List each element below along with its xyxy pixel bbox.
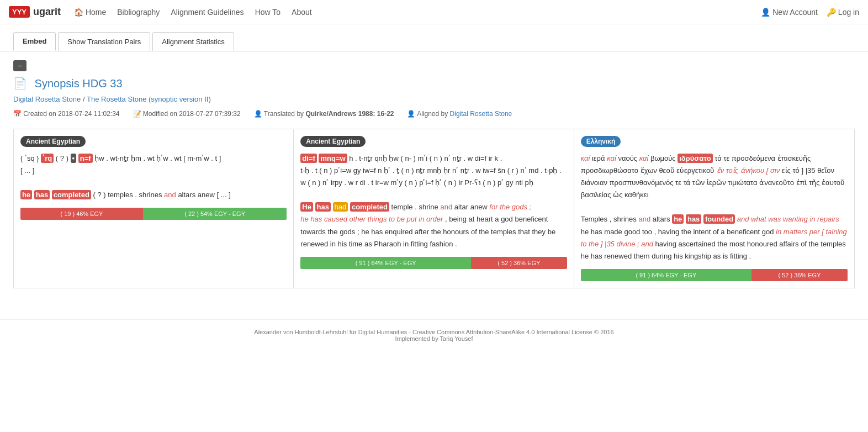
tab-embed[interactable]: Embed bbox=[13, 32, 56, 51]
tab-alignment-statistics[interactable]: Alignment Statistics bbox=[152, 32, 234, 51]
col1-progress: ( 19 ) 46% EGY ( 22 ) 54% EGY - EGY bbox=[20, 208, 287, 220]
col2-text: di=f mnq=w h . t-nṯr qnḥ ḥw ( n- ) mʾi (… bbox=[300, 152, 567, 250]
aligned-by-link[interactable]: Digital Rosetta Stone bbox=[450, 110, 512, 118]
lang-badge-3: Ελληνική bbox=[581, 136, 621, 147]
col1-progress-right: ( 22 ) 54% EGY - EGY bbox=[143, 208, 287, 220]
title-icon: 📄 bbox=[13, 77, 27, 89]
brand-logo-icon: YYY bbox=[9, 6, 30, 18]
meta-modified: 📝 Modified on 2018-07-27 07:39:32 bbox=[133, 110, 241, 118]
brand-name: ugarit bbox=[33, 6, 61, 18]
text-columns: Ancient Egyptian { ʾsq } ʾrq ( ? ) ▪ n=f… bbox=[13, 129, 855, 288]
col3-progress: ( 91 ) 64% EGY - EGY ( 52 ) 36% EGY bbox=[581, 269, 848, 281]
navbar: YYY ugarit 🏠 Home Bibliography Alignment… bbox=[0, 0, 868, 24]
col2-progress-right: ( 52 ) 36% EGY bbox=[471, 257, 567, 269]
meta-row: 📅 Created on 2018-07-24 11:02:34 📝 Modif… bbox=[13, 110, 855, 118]
column-2: Ancient Egyptian di=f mnq=w h . t-nṯr qn… bbox=[294, 129, 574, 288]
tab-show-translation-pairs[interactable]: Show Translation Pairs bbox=[58, 32, 150, 51]
nav-how-to[interactable]: How To bbox=[255, 8, 280, 17]
meta-translated: 👤 Translated by Quirke/Andrews 1988: 16-… bbox=[254, 110, 394, 118]
nav-alignment-guidelines[interactable]: Alignment Guidelines bbox=[171, 8, 244, 17]
col3-text: καί ιερά καί ναούς καί βωμούς ιδρύσατο τ… bbox=[581, 152, 848, 262]
col3-progress-right: ( 52 ) 36% EGY bbox=[751, 269, 848, 281]
footer-line2: Implemented by Tariq Yousef bbox=[9, 335, 859, 342]
col2-progress: ( 91 ) 64% EGY - EGY ( 52 ) 36% EGY bbox=[300, 257, 567, 269]
col2-progress-left: ( 91 ) 64% EGY - EGY bbox=[300, 257, 471, 269]
col1-text: { ʾsq } ʾrq ( ? ) ▪ n=f ḥw . wt-nṯr ḥm .… bbox=[20, 152, 287, 201]
nav-links: 🏠 Home Bibliography Alignment Guidelines… bbox=[74, 8, 761, 17]
meta-aligned: 👤 Aligned by Digital Rosetta Stone bbox=[407, 110, 512, 118]
lang-badge-2: Ancient Egyptian bbox=[300, 136, 366, 147]
breadcrumb-part2[interactable]: The Rosetta Stone (synoptic version II) bbox=[87, 95, 211, 103]
tabs-bar: Embed Show Translation Pairs Alignment S… bbox=[0, 24, 868, 51]
main-content: − 📄 Synopsis HDG 33 Digital Rosetta Ston… bbox=[0, 51, 868, 297]
breadcrumb: Digital Rosetta Stone / The Rosetta Ston… bbox=[13, 94, 855, 103]
lang-badge-1: Ancient Egyptian bbox=[20, 136, 86, 147]
nav-new-account[interactable]: 👤 New Account bbox=[761, 8, 818, 17]
col1-progress-left: ( 19 ) 46% EGY bbox=[20, 208, 143, 220]
brand[interactable]: YYY ugarit bbox=[9, 6, 61, 18]
nav-login[interactable]: 🔑 Log in bbox=[827, 8, 859, 17]
synopsis-title: 📄 Synopsis HDG 33 bbox=[13, 77, 855, 90]
nav-bibliography[interactable]: Bibliography bbox=[117, 8, 160, 17]
col3-progress-left: ( 91 ) 64% EGY - EGY bbox=[581, 269, 751, 281]
column-1: Ancient Egyptian { ʾsq } ʾrq ( ? ) ▪ n=f… bbox=[14, 129, 294, 288]
breadcrumb-sep: / bbox=[83, 95, 87, 103]
breadcrumb-part1[interactable]: Digital Rosetta Stone bbox=[13, 95, 81, 103]
footer: Alexander von Humboldt-Lehrstuhl für Dig… bbox=[0, 319, 868, 351]
nav-about[interactable]: About bbox=[292, 8, 312, 17]
meta-created: 📅 Created on 2018-07-24 11:02:34 bbox=[13, 110, 120, 118]
footer-line1: Alexander von Humboldt-Lehrstuhl für Dig… bbox=[9, 329, 859, 335]
nav-right: 👤 New Account 🔑 Log in bbox=[761, 8, 859, 17]
synopsis-link[interactable]: Synopsis HDG 33 bbox=[35, 77, 123, 89]
column-3: Ελληνική καί ιερά καί ναούς καί βωμούς ι… bbox=[574, 129, 854, 288]
collapse-button[interactable]: − bbox=[13, 60, 27, 71]
nav-home[interactable]: 🏠 Home bbox=[74, 8, 106, 17]
